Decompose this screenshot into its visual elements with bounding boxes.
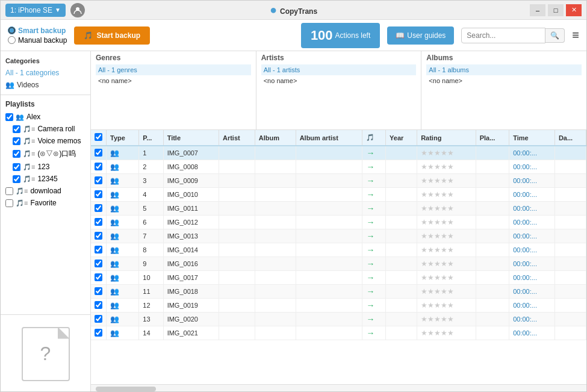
row-album[interactable] xyxy=(255,299,296,313)
smart-backup-radio[interactable]: Smart backup xyxy=(8,26,67,35)
row-checkbox[interactable] xyxy=(95,260,102,267)
playlist-checkbox[interactable] xyxy=(13,163,20,171)
playlist-item[interactable]: 👥 Alex xyxy=(1,111,90,123)
row-title[interactable]: IMG_0020 xyxy=(163,313,219,326)
row-album[interactable] xyxy=(255,202,296,216)
albums-all[interactable]: All - 1 albums xyxy=(426,64,582,75)
col-album[interactable]: Album xyxy=(255,130,296,146)
close-button[interactable]: ✕ xyxy=(566,4,582,16)
minimize-button[interactable]: – xyxy=(530,4,545,16)
playlist-checkbox[interactable] xyxy=(13,137,20,145)
artists-all[interactable]: All - 1 artists xyxy=(261,64,417,75)
row-checkbox[interactable] xyxy=(95,163,102,170)
row-title[interactable]: IMG_0010 xyxy=(163,188,219,202)
col-p[interactable]: P... xyxy=(139,130,163,146)
row-title[interactable]: IMG_0009 xyxy=(163,174,219,188)
row-rating[interactable]: ★★★★★ xyxy=(417,216,476,229)
maximize-button[interactable]: □ xyxy=(548,4,564,16)
row-artist[interactable] xyxy=(219,174,255,188)
row-checkbox[interactable] xyxy=(95,273,102,281)
row-rating[interactable]: ★★★★★ xyxy=(417,202,476,216)
row-checkbox[interactable] xyxy=(95,329,102,337)
profile-icon[interactable] xyxy=(70,3,85,17)
playlist-checkbox[interactable] xyxy=(5,187,13,195)
col-year[interactable]: Year xyxy=(386,130,417,146)
search-input[interactable] xyxy=(461,28,545,43)
sidebar-item-all-categories[interactable]: All - 1 categories xyxy=(1,67,90,79)
row-album[interactable] xyxy=(255,285,296,299)
row-title[interactable]: IMG_0017 xyxy=(163,271,219,285)
albums-noname[interactable]: <no name> xyxy=(426,75,582,86)
row-album[interactable] xyxy=(255,243,296,257)
sidebar-item-videos[interactable]: 👥 Videos xyxy=(1,79,90,91)
row-album[interactable] xyxy=(255,326,296,340)
col-type[interactable]: Type xyxy=(107,130,139,146)
select-all-checkbox[interactable] xyxy=(95,133,102,141)
row-artist[interactable] xyxy=(219,326,255,340)
row-album-artist[interactable] xyxy=(296,313,362,326)
search-button[interactable]: 🔍 xyxy=(545,28,565,43)
horizontal-scrollbar[interactable] xyxy=(91,384,586,392)
row-artist[interactable] xyxy=(219,299,255,313)
manual-backup-radio[interactable]: Manual backup xyxy=(8,36,67,45)
row-rating[interactable]: ★★★★★ xyxy=(417,188,476,202)
row-checkbox[interactable] xyxy=(95,315,102,323)
row-checkbox[interactable] xyxy=(95,301,102,309)
row-rating[interactable]: ★★★★★ xyxy=(417,326,476,340)
row-rating[interactable]: ★★★★★ xyxy=(417,271,476,285)
playlist-item[interactable]: 🎵≡ download xyxy=(1,185,90,197)
genres-noname[interactable]: <no name> xyxy=(96,75,251,86)
row-artist[interactable] xyxy=(219,313,255,326)
row-artist[interactable] xyxy=(219,229,255,243)
artists-noname[interactable]: <no name> xyxy=(261,75,417,86)
playlist-checkbox[interactable] xyxy=(13,150,20,158)
menu-button[interactable]: ≡ xyxy=(572,28,579,42)
row-rating[interactable]: ★★★★★ xyxy=(417,299,476,313)
row-checkbox[interactable] xyxy=(95,149,102,157)
playlist-checkbox[interactable] xyxy=(13,125,20,133)
row-album-artist[interactable] xyxy=(296,216,362,229)
row-album[interactable] xyxy=(255,313,296,326)
col-title[interactable]: Title xyxy=(163,130,219,146)
col-pla[interactable]: Pla... xyxy=(476,130,509,146)
row-album-artist[interactable] xyxy=(296,243,362,257)
row-title[interactable]: IMG_0019 xyxy=(163,299,219,313)
row-artist[interactable] xyxy=(219,188,255,202)
row-album-artist[interactable] xyxy=(296,188,362,202)
row-album[interactable] xyxy=(255,229,296,243)
row-title[interactable]: IMG_0007 xyxy=(163,146,219,160)
row-album-artist[interactable] xyxy=(296,202,362,216)
col-artist[interactable]: Artist xyxy=(219,130,255,146)
row-checkbox[interactable] xyxy=(95,218,102,226)
row-rating[interactable]: ★★★★★ xyxy=(417,243,476,257)
row-album[interactable] xyxy=(255,271,296,285)
row-album[interactable] xyxy=(255,257,296,271)
col-time[interactable]: Time xyxy=(509,130,555,146)
playlist-checkbox[interactable] xyxy=(5,113,13,121)
row-title[interactable]: IMG_0021 xyxy=(163,326,219,340)
row-artist[interactable] xyxy=(219,285,255,299)
row-album[interactable] xyxy=(255,216,296,229)
row-album-artist[interactable] xyxy=(296,285,362,299)
row-title[interactable]: IMG_0012 xyxy=(163,216,219,229)
row-rating[interactable]: ★★★★★ xyxy=(417,229,476,243)
row-rating[interactable]: ★★★★★ xyxy=(417,146,476,160)
user-guides-button[interactable]: 📖 User guides xyxy=(387,26,454,45)
row-rating[interactable]: ★★★★★ xyxy=(417,174,476,188)
row-album-artist[interactable] xyxy=(296,229,362,243)
start-backup-button[interactable]: 🎵 Start backup xyxy=(74,26,150,45)
row-title[interactable]: IMG_0008 xyxy=(163,160,219,174)
playlist-item[interactable]: 🎵≡ 12345 xyxy=(1,173,90,185)
row-checkbox[interactable] xyxy=(95,190,102,198)
playlist-item[interactable]: 🎵≡ Voice memos xyxy=(1,135,90,147)
row-album[interactable] xyxy=(255,188,296,202)
row-album-artist[interactable] xyxy=(296,326,362,340)
actions-left-button[interactable]: 100 Actions left xyxy=(301,23,380,48)
device-dropdown[interactable]: 1: iPhone SE ▼ xyxy=(5,4,66,17)
row-album[interactable] xyxy=(255,160,296,174)
row-checkbox[interactable] xyxy=(95,176,102,184)
playlist-checkbox[interactable] xyxy=(5,199,13,207)
row-album-artist[interactable] xyxy=(296,160,362,174)
row-album[interactable] xyxy=(255,174,296,188)
row-artist[interactable] xyxy=(219,160,255,174)
